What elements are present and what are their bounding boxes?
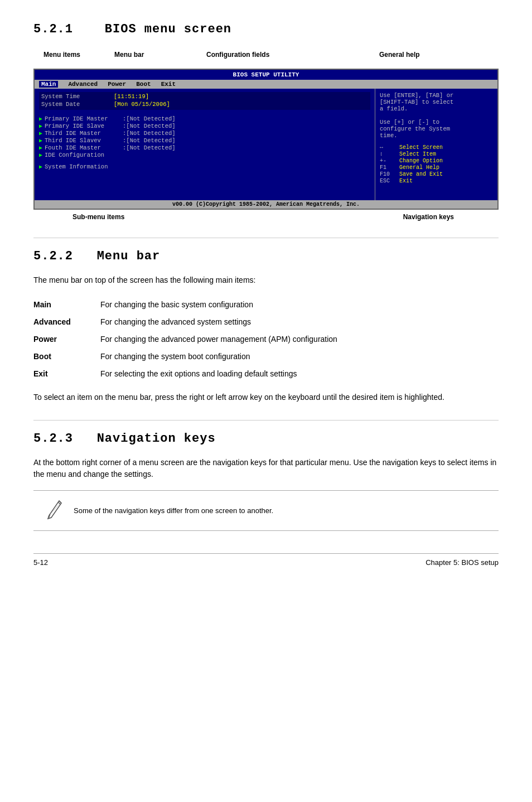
label-general-help: General help bbox=[379, 51, 420, 59]
label-config-fields: Configuration fields bbox=[206, 51, 269, 59]
bios-right-panel: Use [ENTER], [TAB] or [SHIFT-TAB] to sel… bbox=[375, 89, 497, 200]
menu-item-desc-advanced: For changing the advanced system setting… bbox=[100, 313, 499, 331]
section-522-title: 5.2.2 Menu bar bbox=[33, 249, 499, 263]
menu-item-main: Main For changing the basic system confi… bbox=[33, 296, 499, 313]
bios-menu-main[interactable]: Main bbox=[39, 81, 58, 88]
bios-menubar: Main Advanced Power Boot Exit bbox=[35, 80, 497, 89]
label-nav-keys: Navigation keys bbox=[403, 213, 499, 221]
bios-item-primary-master: ▶ Primary IDE Master :[Not Detected] bbox=[39, 115, 370, 122]
bios-help-text: Use [ENTER], [TAB] or [SHIFT-TAB] to sel… bbox=[380, 92, 493, 139]
bios-menu-exit[interactable]: Exit bbox=[161, 81, 176, 88]
note-box-523: Some of the navigation keys differ from … bbox=[33, 490, 499, 531]
menu-item-power: Power For changing the advanced power ma… bbox=[33, 331, 499, 348]
footer-page-num: 5-12 bbox=[33, 558, 48, 567]
footer-chapter: Chapter 5: BIOS setup bbox=[425, 558, 499, 567]
menu-item-advanced: Advanced For changing the advanced syste… bbox=[33, 313, 499, 331]
menu-item-name-power: Power bbox=[33, 331, 100, 348]
svg-line-0 bbox=[58, 502, 60, 504]
bios-item-third-master: ▶ Third IDE Master :[Not Detected] bbox=[39, 130, 370, 137]
label-menu-items: Menu items bbox=[43, 51, 80, 59]
bios-item-sys-info: ▶ System Information bbox=[39, 163, 370, 170]
section-523-body: At the bottom right corner of a menu scr… bbox=[33, 457, 499, 480]
section-523-title: 5.2.3 Navigation keys bbox=[33, 432, 499, 446]
bios-item-third-slave: ▶ Third IDE Slavev :[Not Detected] bbox=[39, 137, 370, 144]
bios-system-time-row: System Time [11:51:19] bbox=[41, 93, 368, 100]
bios-header: BIOS SETUP UTILITY bbox=[35, 70, 497, 80]
bios-item-fouth-master: ▶ Fouth IDE Master :[Not Detected] bbox=[39, 144, 370, 151]
bios-menu-advanced[interactable]: Advanced bbox=[68, 81, 98, 88]
bios-item-primary-slave: ▶ Primary IDE Slave :[Not Detected] bbox=[39, 123, 370, 129]
bios-left-panel: System Time [11:51:19] System Date [Mon … bbox=[35, 89, 375, 200]
menu-item-desc-boot: For changing the system boot configurati… bbox=[100, 348, 499, 365]
page-footer: 5-12 Chapter 5: BIOS setup bbox=[33, 553, 499, 567]
menu-bar-table: Main For changing the basic system confi… bbox=[33, 296, 499, 383]
bios-screen: BIOS SETUP UTILITY Main Advanced Power B… bbox=[33, 69, 499, 210]
bios-footer: v00.00 (C)Copyright 1985-2002, American … bbox=[35, 200, 497, 209]
menu-item-boot: Boot For changing the system boot config… bbox=[33, 348, 499, 365]
menu-item-exit: Exit For selecting the exit options and … bbox=[33, 365, 499, 383]
menu-item-desc-main: For changing the basic system configurat… bbox=[100, 296, 499, 313]
bios-nav-keys: ↔ Select Screen ↕ Select Item +- Change … bbox=[380, 144, 493, 184]
section-522-note: To select an item on the menu bar, press… bbox=[33, 392, 499, 403]
note-text-523: Some of the navigation keys differ from … bbox=[74, 505, 273, 516]
bios-menu-power[interactable]: Power bbox=[108, 81, 126, 88]
menu-item-desc-exit: For selecting the exit options and loadi… bbox=[100, 365, 499, 383]
menu-item-name-exit: Exit bbox=[33, 365, 100, 383]
bios-system-date-row: System Date [Mon 05/15/2006] bbox=[41, 101, 368, 108]
section-522-intro: The menu bar on top of the screen has th… bbox=[33, 274, 499, 286]
section-521: 5.2.1 BIOS menu screen Menu items Menu b… bbox=[33, 22, 499, 221]
bios-body: System Time [11:51:19] System Date [Mon … bbox=[35, 89, 497, 200]
menu-item-name-boot: Boot bbox=[33, 348, 100, 365]
section-separator-1 bbox=[33, 238, 499, 238]
bios-item-ide-config: ▶ IDE Configuration bbox=[39, 152, 370, 158]
menu-item-desc-power: For changing the advanced power manageme… bbox=[100, 331, 499, 348]
menu-item-name-advanced: Advanced bbox=[33, 313, 100, 331]
menu-item-name-main: Main bbox=[33, 296, 100, 313]
diagram-labels-bottom: Sub-menu items Navigation keys bbox=[33, 213, 499, 221]
section-522: 5.2.2 Menu bar The menu bar on top of th… bbox=[33, 249, 499, 403]
label-menu-bar: Menu bar bbox=[114, 51, 144, 59]
section-521-title: 5.2.1 BIOS menu screen bbox=[33, 22, 499, 36]
section-523: 5.2.3 Navigation keys At the bottom righ… bbox=[33, 432, 499, 531]
bios-menu-boot[interactable]: Boot bbox=[136, 81, 151, 88]
section-separator-2 bbox=[33, 420, 499, 421]
note-icon-pencil bbox=[42, 497, 65, 524]
label-sub-menu-items: Sub-menu items bbox=[33, 213, 124, 221]
